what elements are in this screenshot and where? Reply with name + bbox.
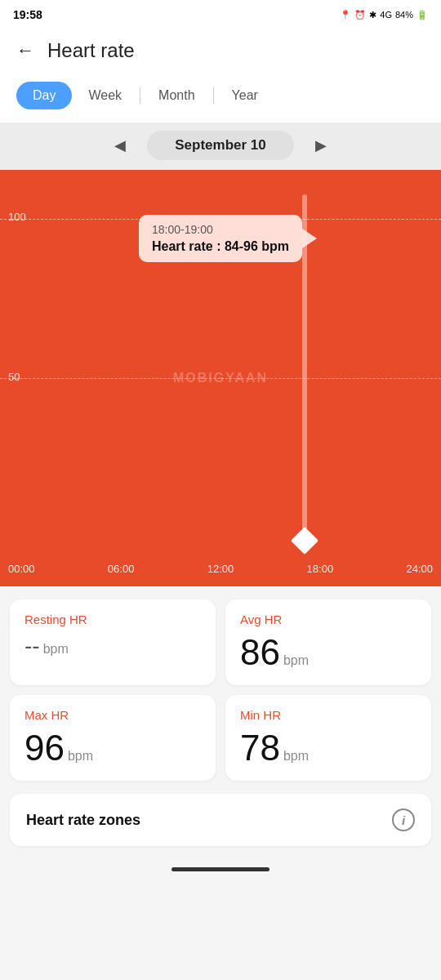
back-button[interactable]: ←: [16, 40, 34, 61]
tab-month[interactable]: Month: [142, 82, 211, 109]
chart-tooltip: 18:00-19:00 Heart rate : 84-96 bpm: [139, 215, 302, 262]
avg-hr-value-row: 86 bpm: [240, 635, 416, 670]
status-time: 19:58: [13, 8, 42, 21]
stats-grid: Resting HR -- bpm Avg HR 86 bpm Max HR 9…: [0, 586, 441, 794]
signal-icon: 4G: [380, 10, 392, 20]
home-indicator: [0, 859, 441, 878]
bluetooth-icon: ✱: [369, 10, 376, 20]
zones-title: Heart rate zones: [26, 812, 140, 829]
x-label-2: 12:00: [207, 563, 234, 575]
status-icons: 📍 ⏰ ✱ 4G 84% 🔋: [340, 10, 428, 20]
current-date-label: September 10: [147, 131, 294, 160]
header: ← Heart rate: [0, 29, 441, 75]
tooltip-time: 18:00-19:00: [152, 223, 289, 236]
resting-hr-unit: bpm: [43, 642, 69, 657]
watermark: MOBIGYAAN: [173, 371, 268, 385]
info-icon-button[interactable]: i: [392, 808, 415, 831]
avg-hr-value: 86: [240, 635, 280, 670]
status-bar: 19:58 📍 ⏰ ✱ 4G 84% 🔋: [0, 0, 441, 29]
date-nav: ◀ September 10 ▶: [0, 122, 441, 170]
tab-year[interactable]: Year: [216, 82, 274, 109]
y-label-50: 50: [8, 371, 20, 383]
tab-day[interactable]: Day: [16, 82, 72, 109]
x-axis: 00:00 06:00 12:00 18:00 24:00: [0, 550, 441, 586]
resting-hr-label: Resting HR: [24, 612, 201, 626]
tooltip-value: Heart rate : 84-96 bpm: [152, 239, 289, 254]
resting-hr-value: --: [24, 635, 40, 657]
battery-label: 84%: [395, 10, 413, 20]
x-label-3: 18:00: [307, 563, 334, 575]
zones-card: Heart rate zones i: [10, 794, 431, 846]
avg-hr-unit: bpm: [283, 653, 309, 668]
stat-card-avg-hr: Avg HR 86 bpm: [225, 599, 431, 685]
y-label-100: 100: [8, 211, 26, 223]
gps-icon: 📍: [340, 10, 351, 20]
battery-icon: 🔋: [416, 10, 428, 20]
avg-hr-label: Avg HR: [240, 612, 416, 626]
min-hr-unit: bpm: [283, 749, 309, 764]
home-bar: [172, 867, 270, 871]
max-hr-unit: bpm: [68, 749, 93, 764]
alarm-icon: ⏰: [354, 10, 366, 20]
tab-divider-1: [140, 87, 140, 104]
min-hr-value: 78: [240, 730, 280, 766]
stat-card-min-hr: Min HR 78 bpm: [225, 695, 431, 781]
tooltip-bpm: 84-96 bpm: [225, 239, 289, 253]
heart-rate-chart[interactable]: 100 50 18:00-19:00 Heart rate : 84-96 bp…: [0, 170, 441, 586]
x-label-4: 24:00: [406, 563, 433, 575]
resting-hr-value-row: -- bpm: [24, 635, 201, 657]
max-hr-value: 96: [24, 730, 65, 766]
prev-date-button[interactable]: ◀: [106, 133, 134, 158]
stat-card-max-hr: Max HR 96 bpm: [10, 695, 216, 781]
tab-week[interactable]: Week: [72, 82, 138, 109]
min-hr-label: Min HR: [240, 708, 416, 722]
next-date-button[interactable]: ▶: [307, 133, 335, 158]
page-title: Heart rate: [47, 39, 135, 62]
tab-divider-2: [213, 87, 214, 104]
x-label-0: 00:00: [8, 563, 35, 575]
max-hr-label: Max HR: [24, 708, 201, 722]
stat-card-resting-hr: Resting HR -- bpm: [10, 599, 216, 685]
tab-bar: Day Week Month Year: [0, 75, 441, 122]
tooltip-arrow: [302, 229, 317, 248]
min-hr-value-row: 78 bpm: [240, 730, 416, 766]
x-label-1: 06:00: [108, 563, 135, 575]
max-hr-value-row: 96 bpm: [24, 730, 201, 766]
tooltip-label: Heart rate :: [152, 239, 220, 253]
